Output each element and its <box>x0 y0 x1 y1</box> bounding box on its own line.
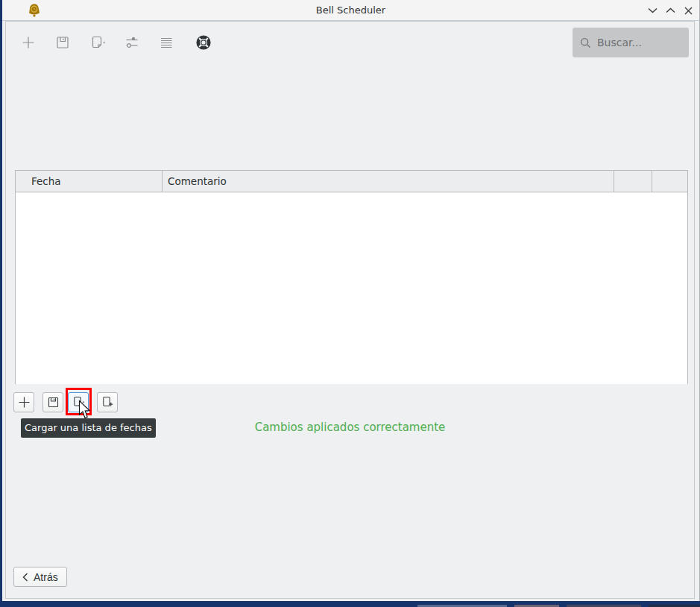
dates-table: Fecha Comentario <box>15 170 688 384</box>
mouse-cursor <box>78 400 92 420</box>
window-border-left <box>0 0 2 607</box>
back-button-label: Atrás <box>34 571 58 583</box>
window-controls <box>647 0 693 21</box>
chevron-left-icon <box>22 573 28 582</box>
add-bell-icon[interactable] <box>20 34 37 51</box>
minimize-icon[interactable] <box>647 5 658 16</box>
status-message: Cambios aplicados correctamente <box>0 421 700 434</box>
bell-scheduler-window: Bell Scheduler <box>0 0 700 607</box>
search-icon <box>580 37 591 48</box>
search-input[interactable]: Buscar... <box>573 28 689 57</box>
save-icon[interactable] <box>54 34 71 51</box>
close-icon[interactable] <box>683 5 693 16</box>
new-date-file-button[interactable] <box>97 392 118 412</box>
table-header-row: Fecha Comentario <box>16 171 687 192</box>
maximize-icon[interactable] <box>665 5 675 16</box>
load-file-icon[interactable] <box>89 34 105 51</box>
column-header-extra-1[interactable] <box>614 171 652 192</box>
window-title: Bell Scheduler <box>2 0 699 21</box>
titlebar[interactable]: Bell Scheduler <box>2 0 699 21</box>
help-lifebuoy-icon[interactable] <box>195 34 212 51</box>
back-button[interactable]: Atrás <box>13 567 67 587</box>
table-body-empty[interactable] <box>16 192 687 384</box>
column-header-comentario[interactable]: Comentario <box>163 171 614 192</box>
save-dates-button[interactable] <box>42 392 63 412</box>
column-header-fecha[interactable]: Fecha <box>16 171 163 192</box>
search-placeholder: Buscar... <box>597 37 642 48</box>
settings-sliders-icon[interactable] <box>124 34 140 51</box>
log-lines-icon[interactable] <box>158 34 174 51</box>
add-date-button[interactable] <box>13 392 34 412</box>
column-header-extra-2[interactable] <box>652 171 687 192</box>
